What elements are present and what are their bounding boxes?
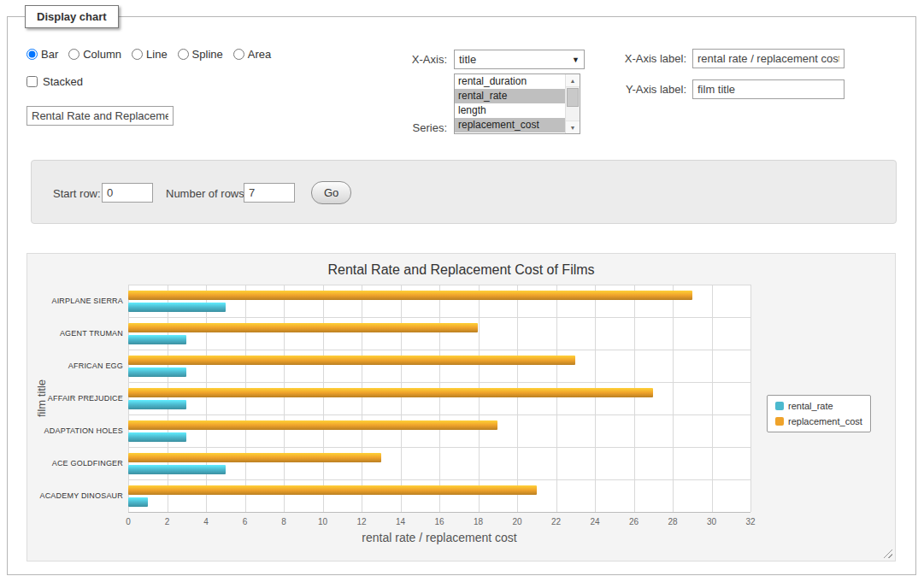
gridline	[128, 414, 750, 415]
x-axis-label-field-label: X-Axis label:	[606, 52, 686, 65]
x-axis-label-text: X-Axis:	[375, 53, 447, 66]
bar-replacement_cost[interactable]	[128, 323, 478, 332]
radio-label: Area	[248, 48, 271, 61]
x-tick-label: 10	[318, 517, 327, 526]
chart-title: Rental Rate and Replacement Cost of Film…	[27, 262, 895, 278]
gridline	[362, 285, 362, 512]
go-button[interactable]: Go	[311, 181, 351, 204]
listbox-scrollbar[interactable]: ▲ ▼	[565, 74, 580, 133]
chart-type-option-area[interactable]: Area	[233, 48, 271, 61]
gridline	[401, 285, 402, 512]
bar-replacement_cost[interactable]	[128, 420, 497, 430]
x-tick-label: 26	[629, 517, 639, 526]
gridline	[128, 317, 750, 318]
radio-label: Bar	[41, 48, 58, 61]
panel-title: Display chart	[25, 5, 119, 28]
gridline	[284, 285, 285, 512]
category-label: AFRICAN EGG	[27, 362, 123, 370]
bar-rental_rate[interactable]	[128, 465, 226, 474]
radio-label: Spline	[192, 48, 223, 61]
series-option-rental_duration[interactable]: rental_duration	[455, 74, 565, 89]
gridline	[750, 285, 751, 512]
chart-type-option-column[interactable]: Column	[68, 48, 121, 61]
bar-rental_rate[interactable]	[128, 303, 226, 312]
bar-rental_rate[interactable]	[128, 497, 148, 507]
stacked-checkbox[interactable]	[26, 76, 38, 87]
legend-label: replacement_cost	[788, 416, 862, 426]
gridline	[128, 382, 750, 383]
chart-title-input[interactable]	[26, 106, 174, 126]
bar-rental_rate[interactable]	[128, 367, 186, 377]
chart-type-radio-group: BarColumnLineSplineArea	[26, 48, 271, 61]
gridline	[479, 285, 480, 512]
gridline	[556, 285, 557, 512]
radio-bar[interactable]	[26, 49, 38, 60]
bar-rental_rate[interactable]	[128, 432, 186, 442]
x-axis-title: rental rate / replacement cost	[128, 531, 750, 544]
bar-replacement_cost[interactable]	[128, 485, 537, 495]
gridline	[634, 285, 635, 512]
chart-legend: rental_ratereplacement_cost	[767, 395, 871, 432]
num-rows-label: Number of rows:	[166, 187, 247, 200]
chart-type-option-bar[interactable]: Bar	[26, 48, 58, 61]
series-options: rental_durationrental_ratelengthreplacem…	[455, 74, 565, 133]
category-label: AIRPLANE SIERRA	[27, 297, 123, 305]
chart-type-option-line[interactable]: Line	[132, 48, 168, 61]
x-tick-label: 0	[126, 517, 131, 526]
dropdown-arrow-icon: ▼	[572, 56, 580, 64]
series-label-text: Series:	[375, 121, 447, 134]
scrollbar-thumb[interactable]	[567, 88, 579, 107]
x-axis-label-input[interactable]	[692, 49, 845, 68]
radio-spline[interactable]	[178, 49, 189, 60]
gridline	[168, 285, 168, 512]
gridline	[323, 285, 324, 512]
radio-line[interactable]	[132, 49, 143, 60]
bar-replacement_cost[interactable]	[128, 356, 575, 365]
bar-rental_rate[interactable]	[128, 335, 186, 344]
bar-replacement_cost[interactable]	[128, 388, 653, 397]
start-row-label: Start row:	[53, 187, 101, 200]
gridline	[128, 447, 750, 448]
start-row-input[interactable]	[102, 183, 153, 203]
legend-item-rental_rate[interactable]: rental_rate	[775, 401, 862, 411]
radio-label: Column	[83, 48, 121, 61]
series-option-rental_rate[interactable]: rental_rate	[455, 89, 565, 103]
x-axis-select[interactable]: title ▼	[454, 50, 585, 69]
resize-handle-icon[interactable]	[883, 549, 892, 558]
bar-rental_rate[interactable]	[128, 400, 186, 409]
series-listbox[interactable]: rental_durationrental_ratelengthreplacem…	[454, 73, 580, 134]
legend-item-replacement_cost[interactable]: replacement_cost	[775, 416, 862, 426]
x-axis-selected-value: title	[459, 53, 572, 66]
x-tick-label: 16	[434, 517, 444, 526]
gridline	[128, 479, 750, 480]
series-option-length[interactable]: length	[455, 103, 565, 118]
x-tick-label: 6	[243, 517, 248, 526]
chart-type-option-spline[interactable]: Spline	[178, 48, 223, 61]
scroll-up-icon[interactable]: ▲	[566, 74, 580, 87]
x-tick-label: 20	[512, 517, 521, 526]
scroll-down-icon[interactable]: ▼	[566, 121, 580, 133]
gridline	[245, 285, 246, 512]
gridline	[128, 512, 750, 513]
gridline	[712, 285, 713, 512]
x-tick-label: 32	[745, 517, 755, 526]
x-tick-label: 28	[668, 517, 677, 526]
bar-replacement_cost[interactable]	[128, 291, 692, 300]
gridline	[128, 350, 750, 350]
legend-swatch-icon	[775, 417, 784, 426]
y-axis-label-input[interactable]	[692, 79, 845, 99]
radio-area[interactable]	[233, 49, 244, 60]
stacked-checkbox-row[interactable]: Stacked	[26, 75, 83, 88]
radio-column[interactable]	[68, 49, 79, 60]
gridline	[206, 285, 207, 512]
bar-replacement_cost[interactable]	[128, 453, 381, 462]
series-option-replacement_cost[interactable]: replacement_cost	[455, 118, 565, 132]
category-label: AGENT TRUMAN	[27, 329, 123, 338]
chart-container: Rental Rate and Replacement Cost of Film…	[26, 253, 896, 561]
x-tick-label: 12	[356, 517, 366, 526]
x-tick-label: 22	[551, 517, 561, 526]
x-tick-label: 2	[165, 517, 170, 526]
category-label: ACE GOLDFINGER	[27, 459, 123, 467]
num-rows-input[interactable]	[244, 183, 295, 203]
category-label: ADAPTATION HOLES	[27, 426, 123, 435]
